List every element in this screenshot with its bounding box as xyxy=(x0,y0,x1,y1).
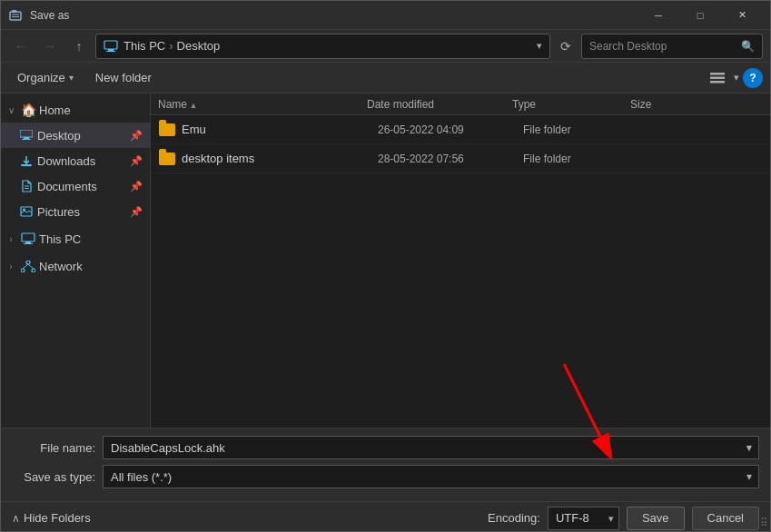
pictures-pin-icon: 📌 xyxy=(130,206,143,218)
encoding-select[interactable]: UTF-8 UTF-16 ANSI xyxy=(548,507,619,530)
file-name-row: File name: ▾ xyxy=(12,436,759,459)
hide-folders-label: Hide Folders xyxy=(24,511,91,525)
column-name[interactable]: Name xyxy=(158,98,367,111)
view-list-button[interactable] xyxy=(705,66,730,90)
sidebar-item-desktop[interactable]: Desktop 📌 xyxy=(1,123,150,148)
sidebar-pictures-label: Pictures xyxy=(37,205,80,219)
view-dropdown-icon[interactable]: ▾ xyxy=(734,72,739,84)
file-name: Emu xyxy=(182,123,378,136)
svg-rect-8 xyxy=(710,76,725,79)
documents-pin-icon: 📌 xyxy=(130,181,143,192)
forward-button[interactable]: → xyxy=(37,34,63,59)
svg-rect-9 xyxy=(710,81,725,84)
svg-rect-10 xyxy=(20,130,33,137)
svg-point-21 xyxy=(26,261,30,264)
sidebar-item-documents[interactable]: Documents 📌 xyxy=(1,173,150,199)
search-box[interactable]: Search Desktop 🔍 xyxy=(581,34,763,59)
thispc-icon xyxy=(21,232,35,246)
title-bar-icon xyxy=(8,8,23,23)
file-name: desktop items xyxy=(182,152,378,165)
toolbar-row: Organize ▾ New folder ▾ ? xyxy=(1,63,770,94)
close-button[interactable]: ✕ xyxy=(721,1,763,30)
save-button[interactable]: Save xyxy=(627,507,685,530)
main-content: ∨ 🏠 Home Desktop 📌 xyxy=(1,94,770,428)
new-folder-label: New folder xyxy=(95,71,152,84)
file-type: File folder xyxy=(523,123,641,136)
table-row[interactable]: Emu 26-05-2022 04:09 File folder xyxy=(151,115,770,144)
back-button[interactable]: ← xyxy=(8,34,34,59)
address-dropdown-icon[interactable]: ▾ xyxy=(537,40,542,52)
svg-rect-4 xyxy=(104,41,117,49)
computer-icon xyxy=(104,40,118,53)
home-expand-icon: ∨ xyxy=(5,105,17,115)
path-thispc[interactable]: This PC xyxy=(124,39,165,53)
sidebar-desktop-label: Desktop xyxy=(37,129,81,143)
file-name-label: File name: xyxy=(12,441,103,455)
sidebar-thispc-label: This PC xyxy=(39,232,81,246)
downloads-pin-icon: 📌 xyxy=(130,155,143,167)
bottom-buttons: Encoding: UTF-8 UTF-16 ANSI Save Cancel xyxy=(488,507,759,530)
sidebar: ∨ 🏠 Home Desktop 📌 xyxy=(1,94,151,428)
desktop-icon xyxy=(19,128,34,143)
column-date-modified[interactable]: Date modified xyxy=(367,98,512,111)
file-name-input[interactable] xyxy=(103,436,759,459)
desktop-pin-icon: 📌 xyxy=(130,130,143,142)
file-date-modified: 28-05-2022 07:56 xyxy=(378,153,523,165)
search-icon: 🔍 xyxy=(741,40,755,53)
column-size[interactable]: Size xyxy=(630,98,703,111)
address-bar-row: ← → ↑ This PC › Desktop ▾ ⟳ Search Deskt… xyxy=(1,30,770,63)
svg-rect-18 xyxy=(22,233,35,241)
organize-dropdown-icon: ▾ xyxy=(69,73,74,83)
sidebar-network-group[interactable]: › Network xyxy=(1,253,150,279)
documents-icon xyxy=(19,179,34,193)
sidebar-thispc-group[interactable]: › This PC xyxy=(1,226,150,251)
column-type[interactable]: Type xyxy=(512,98,630,111)
svg-point-22 xyxy=(21,269,25,272)
resize-handle[interactable]: ⠿ xyxy=(760,517,768,529)
hide-folders-button[interactable]: ∧ Hide Folders xyxy=(12,511,91,525)
svg-line-25 xyxy=(28,264,34,269)
bottom-controls: ∧ Hide Folders Encoding: UTF-8 UTF-16 AN… xyxy=(1,501,770,532)
sidebar-item-downloads[interactable]: Downloads 📌 xyxy=(1,148,150,173)
new-folder-button[interactable]: New folder xyxy=(86,66,161,90)
network-expand-icon: › xyxy=(5,261,17,271)
help-button[interactable]: ? xyxy=(743,68,763,88)
svg-line-24 xyxy=(23,264,28,269)
list-view-icon xyxy=(710,73,725,84)
path-desktop[interactable]: Desktop xyxy=(177,39,221,53)
svg-rect-13 xyxy=(21,164,32,166)
up-button[interactable]: ↑ xyxy=(66,34,92,59)
search-placeholder: Search Desktop xyxy=(589,40,667,53)
save-as-type-select[interactable]: All files (*.*) xyxy=(103,465,759,488)
svg-rect-6 xyxy=(106,51,115,52)
svg-rect-7 xyxy=(710,73,725,75)
sidebar-home-label: Home xyxy=(39,103,71,117)
sidebar-home-group[interactable]: ∨ 🏠 Home xyxy=(1,97,150,123)
svg-rect-5 xyxy=(108,49,114,51)
sidebar-item-pictures[interactable]: Pictures 📌 xyxy=(1,199,150,224)
sidebar-network-label: Network xyxy=(39,260,83,273)
file-list-header: Name Date modified Type Size xyxy=(151,94,770,115)
organize-button[interactable]: Organize ▾ xyxy=(8,66,83,90)
svg-point-23 xyxy=(32,269,35,272)
table-row[interactable]: desktop items 28-05-2022 07:56 File fold… xyxy=(151,144,770,173)
maximize-button[interactable]: □ xyxy=(679,1,721,30)
encoding-select-wrapper: UTF-8 UTF-16 ANSI xyxy=(548,507,619,530)
downloads-icon xyxy=(19,153,34,168)
folder-icon xyxy=(158,121,176,139)
title-bar-controls: ─ □ ✕ xyxy=(638,1,763,30)
encoding-label: Encoding: xyxy=(488,511,540,525)
svg-rect-12 xyxy=(22,139,31,140)
minimize-button[interactable]: ─ xyxy=(638,1,679,30)
sidebar-documents-label: Documents xyxy=(37,180,97,193)
save-as-type-label: Save as type: xyxy=(12,470,103,484)
address-bar[interactable]: This PC › Desktop ▾ xyxy=(95,34,550,59)
dialog-title: Save as xyxy=(30,9,638,22)
toolbar-right: ▾ ? xyxy=(705,66,763,90)
cancel-button[interactable]: Cancel xyxy=(692,507,759,530)
save-as-type-row: Save as type: All files (*.*) xyxy=(12,465,759,488)
organize-label: Organize xyxy=(17,71,65,84)
file-date-modified: 26-05-2022 04:09 xyxy=(378,123,523,136)
folder-icon xyxy=(158,150,176,168)
refresh-button[interactable]: ⟳ xyxy=(554,34,578,58)
